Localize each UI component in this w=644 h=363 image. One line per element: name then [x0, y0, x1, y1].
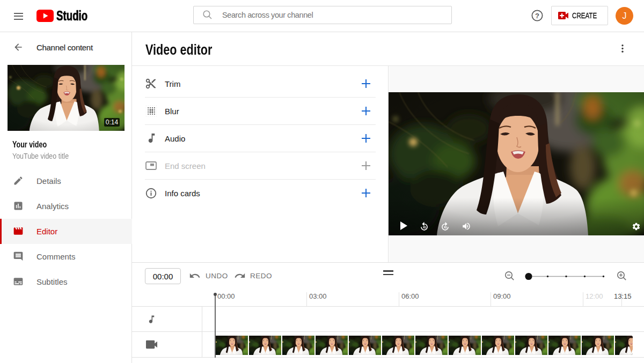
- svg-text:?: ?: [535, 12, 539, 20]
